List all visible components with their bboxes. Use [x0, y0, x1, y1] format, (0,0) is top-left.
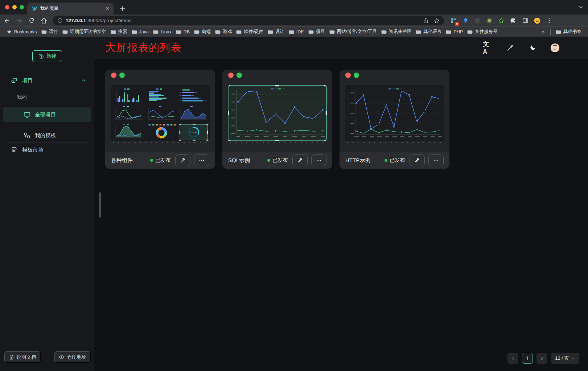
- bookmark-folder[interactable]: 网站/博客/文章/工具: [327, 29, 379, 35]
- previous-page-button[interactable]: [507, 353, 518, 364]
- repo-button[interactable]: 仓库地址: [54, 351, 91, 363]
- dotted-divider: [345, 142, 444, 143]
- bookmark-folder[interactable]: 前端: [192, 29, 213, 35]
- project-title: 各种组件: [111, 157, 133, 164]
- project-card[interactable]: SQL示例 已发布: [222, 70, 332, 169]
- new-tab-button[interactable]: [118, 4, 128, 14]
- window-zoom-button[interactable]: [20, 5, 24, 9]
- extension-green-star-icon[interactable]: [497, 16, 506, 25]
- window-minimize-button[interactable]: [12, 5, 17, 9]
- extension-green-circle-icon[interactable]: [485, 16, 494, 25]
- dark-mode-moon-icon[interactable]: [528, 43, 537, 53]
- bookmark-folder[interactable]: 设计: [266, 29, 287, 35]
- bookmarks-manager-item[interactable]: Bookmarks: [4, 29, 39, 34]
- sidebar-footer: 说明文档 仓库地址: [0, 342, 94, 371]
- more-options-button[interactable]: [428, 154, 444, 166]
- more-options-button[interactable]: [194, 154, 209, 166]
- chevron-down-icon: [571, 356, 575, 360]
- project-thumbnail[interactable]: [228, 85, 327, 141]
- project-thumbnail[interactable]: [345, 85, 444, 141]
- ellipsis-icon: [199, 157, 205, 163]
- back-button[interactable]: [1, 16, 12, 26]
- projects-icon: [11, 77, 17, 84]
- document-icon: [9, 355, 14, 360]
- card-footer: 各种组件 已发布: [105, 152, 215, 169]
- sidebar-item-all-projects[interactable]: 全部项目: [3, 107, 91, 122]
- browser-tabstrip: 我的项目 ✕: [0, 0, 588, 15]
- chevron-up-icon[interactable]: [81, 78, 86, 83]
- url-text: 127.0.0.1:3000/#/project/items: [66, 18, 132, 23]
- bookmark-folder[interactable]: 游戏: [213, 29, 234, 35]
- sidebar-divider: [7, 72, 87, 72]
- bookmark-folder[interactable]: Linux: [151, 29, 174, 34]
- bookmark-folder[interactable]: PHP: [444, 29, 465, 34]
- card-green-dot-icon: [354, 73, 359, 78]
- edit-project-button[interactable]: [175, 154, 190, 166]
- home-button[interactable]: [38, 16, 49, 26]
- bookmarks-overflow-chevron[interactable]: »: [539, 29, 547, 35]
- extension-darkreader-icon[interactable]: [473, 16, 482, 25]
- profile-avatar-icon[interactable]: [533, 16, 542, 25]
- magic-wand-icon[interactable]: [505, 43, 515, 53]
- bookmark-folder[interactable]: IDE: [287, 29, 306, 34]
- app-header: 大屏报表的列表 文A: [94, 37, 588, 59]
- sidebar-item-template-market[interactable]: 模板市场: [0, 144, 94, 155]
- bookmark-folder[interactable]: 其他语言: [414, 29, 444, 35]
- sidebar-item-my-templates[interactable]: 我的模板: [3, 128, 91, 143]
- extension-kite-icon[interactable]: [461, 16, 470, 25]
- bookmark-folder[interactable]: 软件/硬件: [234, 29, 265, 35]
- docs-button[interactable]: 说明文档: [4, 351, 41, 363]
- bookmark-folder[interactable]: 运营: [39, 29, 60, 35]
- card-green-dot-icon: [237, 73, 242, 78]
- content-scrollbar[interactable]: [99, 192, 101, 218]
- card-red-dot-icon: [111, 73, 116, 78]
- more-options-button[interactable]: [311, 154, 326, 166]
- ellipsis-icon: [433, 157, 439, 163]
- browser-tab[interactable]: 我的项目 ✕: [27, 3, 114, 15]
- bookmark-folder[interactable]: 文件服务器: [465, 29, 500, 35]
- new-project-button[interactable]: 新建: [32, 50, 62, 62]
- extensions-puzzle-icon[interactable]: [509, 16, 518, 25]
- bookmark-folder[interactable]: 近期需要读的文章: [60, 29, 108, 35]
- project-card[interactable]: HTTP示例 已发布: [340, 70, 449, 169]
- project-thumbnail[interactable]: 25.00%: [111, 85, 210, 141]
- user-avatar[interactable]: [550, 43, 560, 53]
- sidebar-group-projects[interactable]: 项目: [0, 75, 94, 86]
- bookmark-folder[interactable]: DB: [174, 29, 192, 34]
- side-panel-icon[interactable]: [521, 16, 530, 25]
- bookmarks-divider: [550, 29, 551, 35]
- window-controls: [5, 5, 24, 9]
- bookmark-folder[interactable]: Java: [129, 29, 151, 34]
- page-size-select[interactable]: 12 / 页: [551, 353, 579, 364]
- sidebar: 新建 项目 我的 全部项目: [0, 37, 94, 371]
- next-page-button[interactable]: [536, 353, 547, 364]
- tab-close-icon[interactable]: ✕: [105, 6, 109, 11]
- bookmark-folder[interactable]: 项目: [306, 29, 327, 35]
- svg-text:25.00%: 25.00%: [190, 131, 198, 133]
- sidebar-group-label: 项目: [22, 77, 33, 84]
- page-title: 大屏报表的列表: [105, 41, 181, 55]
- tab-title: 我的项目: [40, 5, 105, 12]
- page-number-button[interactable]: 1: [522, 353, 533, 364]
- project-card[interactable]: 25.00% 各种组件 已发布: [105, 70, 215, 169]
- status-dot-icon: [385, 159, 387, 162]
- browser-menu-icon[interactable]: [545, 16, 554, 25]
- bookmark-folder[interactable]: 搜索: [108, 29, 129, 35]
- other-bookmarks-folder[interactable]: 其他书签: [554, 29, 584, 35]
- window-close-button[interactable]: [5, 5, 9, 9]
- tab-search-chevron-icon[interactable]: [578, 4, 584, 10]
- share-icon[interactable]: [423, 18, 429, 24]
- card-red-dot-icon: [228, 73, 234, 78]
- bookmark-star-icon[interactable]: [434, 18, 440, 24]
- edit-project-button[interactable]: [410, 154, 425, 166]
- site-info-icon[interactable]: [57, 18, 63, 23]
- edit-project-button[interactable]: [292, 154, 308, 166]
- language-icon[interactable]: 文A: [483, 43, 492, 53]
- dotted-divider: [228, 142, 327, 143]
- gauge-widget-selected: 25.00%: [179, 124, 209, 141]
- bookmark-folder[interactable]: 资讯未整理: [379, 29, 414, 35]
- reload-button[interactable]: [26, 16, 37, 26]
- extension-grid-icon[interactable]: 9: [449, 16, 458, 25]
- address-bar[interactable]: 127.0.0.1:3000/#/project/items: [53, 16, 444, 25]
- forward-button[interactable]: [14, 16, 25, 26]
